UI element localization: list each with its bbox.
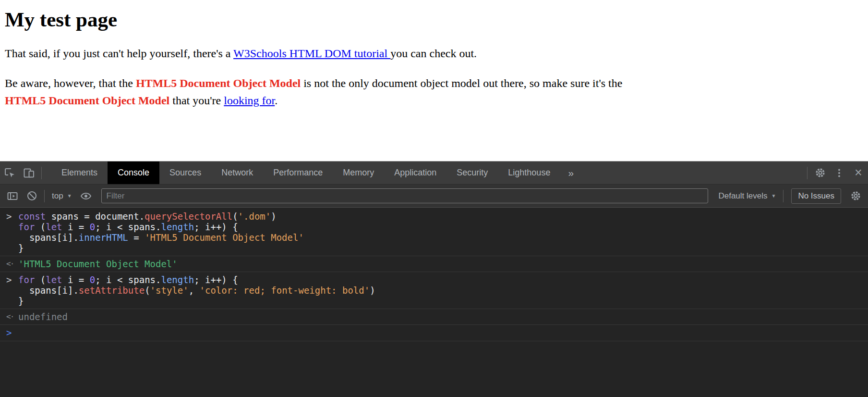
input-chevron-icon: > [0, 211, 18, 253]
paragraph-text: that you're [169, 94, 224, 107]
kebab-menu-icon [833, 167, 845, 179]
live-expression-button[interactable] [76, 186, 96, 206]
console-code-line: for (let i = 0; i < spans.length; i++) { [18, 274, 868, 285]
console-sidebar-icon [6, 190, 19, 202]
code-token: let [46, 222, 62, 232]
tab-memory[interactable]: Memory [333, 161, 384, 184]
code-token: i = [62, 222, 90, 232]
code-token: 0 [90, 222, 95, 232]
code-token: for [18, 222, 35, 232]
clear-console-button[interactable] [22, 186, 41, 206]
code-token: ) [370, 285, 375, 296]
console-settings-button[interactable] [846, 186, 865, 206]
devtools-tab-bar: ElementsConsoleSourcesNetworkPerformance… [0, 161, 868, 185]
console-entry-input: >const spans = document.querySelectorAll… [0, 209, 868, 256]
code-token: ) [271, 211, 276, 222]
tab-elements[interactable]: Elements [51, 161, 108, 184]
kebab-menu-button[interactable] [830, 163, 849, 183]
browser-page-content: My test page That said, if you just can'… [0, 0, 868, 161]
code-token: } [18, 296, 24, 306]
tab-network[interactable]: Network [211, 161, 263, 184]
device-toolbar-button[interactable] [19, 163, 38, 183]
close-devtools-button[interactable]: × [849, 163, 868, 183]
paragraph-text: you can check out. [390, 47, 477, 60]
code-token: 'HTML5 Document Object Model' [145, 232, 304, 243]
console-code-line: spans[i].innerHTML = 'HTML5 Document Obj… [18, 232, 868, 243]
console-code: 'HTML5 Document Object Model' [18, 259, 868, 269]
context-selector-dropdown[interactable]: top ▼ [48, 191, 76, 201]
tab-lighthouse[interactable]: Lighthouse [498, 161, 560, 184]
console-code: for (let i = 0; i < spans.length; i++) {… [18, 274, 868, 306]
code-token: 0 [90, 274, 95, 285]
console-code-line: } [18, 296, 868, 306]
w3schools-tutorial-link[interactable]: W3Schools HTML DOM tutorial [233, 47, 390, 60]
chevron-down-icon: ▼ [67, 193, 72, 198]
console-toolbar: top ▼ Default levels ▼ No Issues [0, 185, 868, 208]
devtools-panel: ElementsConsoleSourcesNetworkPerformance… [0, 161, 868, 397]
gear-icon [850, 190, 862, 202]
settings-gear-button[interactable] [810, 163, 830, 183]
spacer [581, 161, 804, 184]
code-token: innerHTML [79, 232, 128, 243]
code-token: length [161, 222, 194, 232]
console-code [18, 327, 868, 338]
return-arrow-icon: <· [0, 311, 18, 322]
return-arrow-icon: <· [0, 259, 18, 269]
code-token: ; i < spans. [95, 274, 161, 285]
console-code: undefined [18, 311, 868, 322]
code-token: spans[i]. [18, 285, 79, 296]
code-token: setAttribute [79, 285, 145, 296]
device-toolbar-icon [23, 167, 35, 179]
code-token: ( [232, 211, 238, 222]
log-levels-label: Default levels [718, 191, 767, 201]
code-token: 'HTML5 Document Object Model' [18, 259, 178, 269]
code-token: '.dom' [238, 211, 271, 222]
divider [44, 190, 45, 202]
tab-application[interactable]: Application [384, 161, 446, 184]
tab-performance[interactable]: Performance [263, 161, 333, 184]
console-code-line: const spans = document.querySelectorAll(… [18, 211, 868, 222]
code-token: querySelectorAll [145, 211, 232, 222]
code-token: ( [35, 222, 46, 232]
console-entry-prompt[interactable]: > [0, 325, 868, 341]
code-token: spans[i]. [18, 232, 79, 243]
code-token: 'style' [150, 285, 189, 296]
console-code-line: for (let i = 0; i < spans.length; i++) { [18, 222, 868, 232]
console-entry-input: >for (let i = 0; i < spans.length; i++) … [0, 272, 868, 309]
console-sidebar-button[interactable] [3, 186, 22, 206]
code-token: spans = document. [46, 211, 145, 222]
input-chevron-icon: > [0, 274, 18, 306]
code-token: let [46, 274, 62, 285]
console-entry-result: <·'HTML5 Document Object Model' [0, 256, 868, 272]
divider [783, 190, 784, 202]
looking-for-link[interactable]: looking for [224, 94, 275, 107]
log-levels-dropdown[interactable]: Default levels ▼ [714, 191, 780, 201]
clear-console-icon [26, 190, 38, 202]
more-tabs-button[interactable]: » [560, 161, 581, 184]
code-token: 'color: red; font-weight: bold' [200, 285, 370, 296]
close-icon: × [855, 166, 862, 179]
code-token: const [18, 211, 46, 222]
tab-console[interactable]: Console [108, 161, 159, 184]
context-selector-label: top [52, 191, 63, 201]
paragraph-intro: That said, if you just can't help yourse… [5, 45, 863, 62]
console-code-line: } [18, 243, 868, 253]
console-code-line: 'HTML5 Document Object Model' [18, 259, 868, 269]
code-token: undefined [18, 311, 68, 322]
paragraph-text: That said, if you just can't help yourse… [5, 47, 233, 60]
console-code: const spans = document.querySelectorAll(… [18, 211, 868, 253]
console-entry-result: <·undefined [0, 309, 868, 325]
paragraph-warning: Be aware, however, that the HTML5 Docume… [5, 74, 863, 109]
code-token: for [18, 274, 35, 285]
inspect-element-button[interactable] [0, 163, 19, 183]
console-code-line: undefined [18, 311, 868, 322]
inspect-cursor-icon [3, 167, 16, 179]
code-token: , [189, 285, 200, 296]
console-output: >const spans = document.querySelectorAll… [0, 208, 868, 397]
tab-sources[interactable]: Sources [159, 161, 211, 184]
code-token: ; i < spans. [95, 222, 161, 232]
no-issues-button[interactable]: No Issues [791, 188, 841, 204]
tab-security[interactable]: Security [446, 161, 498, 184]
console-filter-input[interactable] [101, 188, 709, 203]
code-token: ; i++) { [194, 274, 238, 285]
